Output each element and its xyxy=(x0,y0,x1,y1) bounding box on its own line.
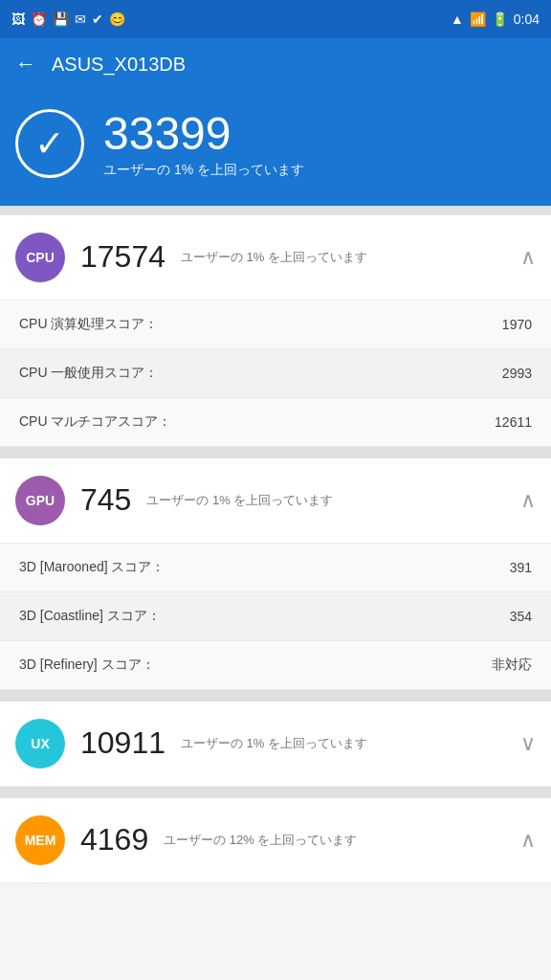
gpu-detail-row-2: 3D [Refinery] スコア： 非対応 xyxy=(0,641,551,690)
cpu-detail-row-0: CPU 演算処理スコア： 1970 xyxy=(0,301,551,349)
cpu-details: CPU 演算処理スコア： 1970 CPU 一般使用スコア： 2993 CPU … xyxy=(0,301,551,447)
mem-chevron[interactable]: ∧ xyxy=(520,828,536,853)
gpu-badge-label: GPU xyxy=(26,493,55,508)
mem-badge-label: MEM xyxy=(25,833,56,848)
total-score-value: 33399 xyxy=(103,109,304,160)
cpu-detail-row-1: CPU 一般使用スコア： 2993 xyxy=(0,349,551,398)
cpu-score: 17574 xyxy=(80,239,165,275)
ux-description: ユーザーの 1% を上回っています xyxy=(181,735,505,752)
total-score-section: ✓ 33399 ユーザーの 1% を上回っています xyxy=(0,90,551,206)
sd-icon: 💾 xyxy=(53,11,69,27)
app-header: ← ASUS_X013DB xyxy=(0,38,551,90)
gpu-detail-label-2: 3D [Refinery] スコア： xyxy=(19,657,155,674)
mem-score: 4169 xyxy=(80,822,148,858)
ux-chevron[interactable]: ∨ xyxy=(520,731,536,756)
email-icon: ✉ xyxy=(75,11,86,27)
check-icon: ✔ xyxy=(92,11,103,27)
status-time: 0:04 xyxy=(514,11,540,27)
status-bar: 🖼 ⏰ 💾 ✉ ✔ 😊 ▲ 📶 🔋 0:04 xyxy=(0,0,551,38)
cpu-badge-label: CPU xyxy=(26,250,55,265)
wifi-icon: ▲ xyxy=(451,11,464,27)
score-check-circle: ✓ xyxy=(15,109,84,178)
ux-badge: UX xyxy=(15,719,65,768)
checkmark-icon: ✓ xyxy=(34,125,65,162)
status-icons-left: 🖼 ⏰ 💾 ✉ ✔ 😊 xyxy=(11,11,125,27)
gpu-benchmark-row[interactable]: GPU 745 ユーザーの 1% を上回っています ∧ xyxy=(0,458,551,544)
gpu-description: ユーザーの 1% を上回っています xyxy=(146,492,505,509)
gpu-badge: GPU xyxy=(15,476,65,525)
gpu-detail-label-1: 3D [Coastline] スコア： xyxy=(19,608,161,625)
mem-benchmark-row[interactable]: MEM 4169 ユーザーの 12% を上回っています ∧ xyxy=(0,798,551,883)
score-info: 33399 ユーザーの 1% を上回っています xyxy=(103,109,304,179)
cpu-detail-label-1: CPU 一般使用スコア： xyxy=(19,365,158,382)
section-gap-3 xyxy=(0,787,551,798)
page-title: ASUS_X013DB xyxy=(52,54,186,76)
section-gap-2 xyxy=(0,690,551,702)
cpu-detail-value-1: 2993 xyxy=(502,366,532,381)
gpu-score: 745 xyxy=(80,482,131,518)
section-gap-1 xyxy=(0,447,551,458)
total-score-description: ユーザーの 1% を上回っています xyxy=(103,162,304,179)
cpu-benchmark-row[interactable]: CPU 17574 ユーザーの 1% を上回っています ∧ xyxy=(0,215,551,301)
status-icons-right: ▲ 📶 🔋 0:04 xyxy=(451,11,540,27)
ux-benchmark-row[interactable]: UX 10911 ユーザーの 1% を上回っています ∨ xyxy=(0,702,551,787)
back-button[interactable]: ← xyxy=(15,52,36,77)
battery-icon: 🔋 xyxy=(492,11,508,27)
gpu-detail-label-0: 3D [Marooned] スコア： xyxy=(19,559,165,576)
cpu-chevron[interactable]: ∧ xyxy=(520,245,536,270)
gpu-detail-row-1: 3D [Coastline] スコア： 354 xyxy=(0,592,551,641)
gpu-detail-value-1: 354 xyxy=(510,609,532,624)
cpu-detail-label-2: CPU マルチコアスコア： xyxy=(19,413,171,431)
gpu-detail-value-0: 391 xyxy=(510,560,532,575)
gpu-detail-value-2: 非対応 xyxy=(492,657,532,674)
clock-icon: ⏰ xyxy=(31,11,47,27)
ux-badge-label: UX xyxy=(31,736,49,751)
section-divider-top xyxy=(0,206,551,215)
cpu-detail-value-2: 12611 xyxy=(495,414,532,430)
cpu-detail-value-0: 1970 xyxy=(502,317,532,332)
mem-description: ユーザーの 12% を上回っています xyxy=(164,832,505,849)
signal-icon: 📶 xyxy=(470,11,486,27)
face-icon: 😊 xyxy=(109,11,125,27)
cpu-description: ユーザーの 1% を上回っています xyxy=(181,249,505,266)
gpu-detail-row-0: 3D [Marooned] スコア： 391 xyxy=(0,544,551,592)
mem-badge: MEM xyxy=(15,815,65,865)
photo-icon: 🖼 xyxy=(11,11,25,27)
cpu-badge: CPU xyxy=(15,233,65,282)
ux-score: 10911 xyxy=(80,725,165,761)
gpu-chevron[interactable]: ∧ xyxy=(520,488,536,513)
gpu-details: 3D [Marooned] スコア： 391 3D [Coastline] スコ… xyxy=(0,544,551,690)
cpu-detail-row-2: CPU マルチコアスコア： 12611 xyxy=(0,398,551,447)
cpu-detail-label-0: CPU 演算処理スコア： xyxy=(19,316,158,333)
